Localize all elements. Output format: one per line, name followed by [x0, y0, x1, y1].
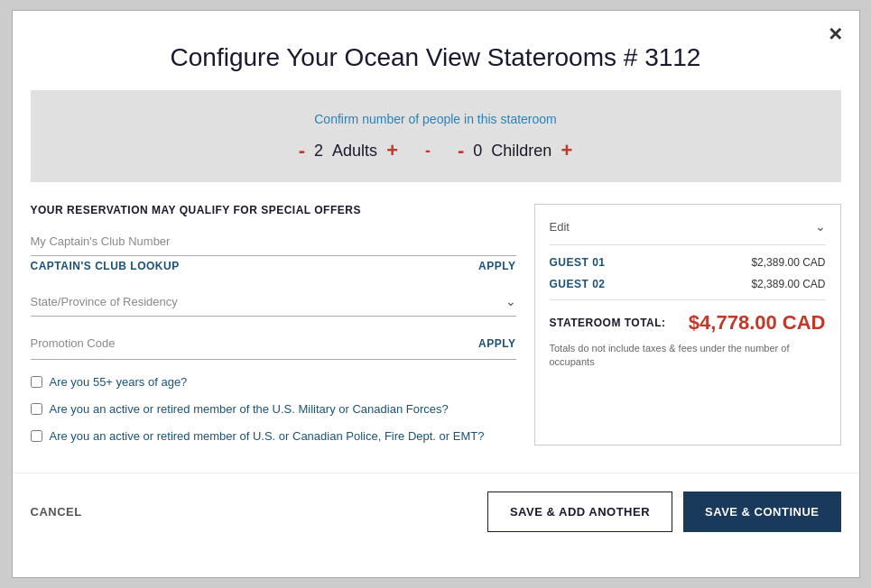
- captains-lookup-row: CAPTAIN'S CLUB LOOKUP APPLY: [31, 260, 516, 272]
- save-add-button[interactable]: SAVE & ADD ANOTHER: [487, 492, 672, 532]
- age-55-checkbox[interactable]: [31, 376, 42, 388]
- captains-apply-link[interactable]: APPLY: [478, 260, 515, 272]
- counter-row: - 2 Adults + - - 0 Children +: [49, 141, 823, 161]
- counter-separator: -: [425, 142, 431, 161]
- confirm-text-prefix: Confirm number of people: [314, 112, 464, 126]
- state-province-row[interactable]: State/Province of Residency ⌄: [31, 287, 516, 317]
- adults-decrement[interactable]: -: [299, 141, 305, 161]
- left-panel: YOUR RESERVATION MAY QUALIFY FOR SPECIAL…: [31, 204, 516, 446]
- cancel-button[interactable]: CANCEL: [31, 505, 82, 519]
- confirm-text-suffix: this stateroom: [474, 112, 557, 126]
- children-increment[interactable]: +: [561, 141, 572, 161]
- footer-row: CANCEL SAVE & ADD ANOTHER SAVE & CONTINU…: [13, 473, 859, 554]
- promo-apply-link[interactable]: APPLY: [478, 337, 515, 350]
- captains-club-group: [31, 227, 516, 256]
- list-item: Are you an active or retired member of t…: [31, 401, 516, 418]
- total-label: STATEROOM TOTAL:: [550, 317, 666, 329]
- edit-chevron-icon: ⌄: [815, 219, 826, 234]
- list-item: Are you an active or retired member of U…: [31, 428, 516, 445]
- adults-counter: - 2 Adults +: [299, 141, 398, 161]
- checkbox-group: Are you 55+ years of age? Are you an act…: [31, 374, 516, 446]
- pricing-panel: Edit ⌄ GUEST 01 $2,389.00 CAD GUEST 02 $…: [534, 204, 841, 446]
- police-label[interactable]: Are you an active or retired member of U…: [50, 428, 485, 445]
- adults-count: 2: [314, 142, 323, 161]
- captains-club-input[interactable]: [31, 227, 516, 256]
- total-note: Totals do not include taxes & fees under…: [550, 342, 826, 370]
- guest-01-price: $2,389.00 CAD: [751, 256, 825, 269]
- modal-title: Configure Your Ocean View Staterooms # 3…: [13, 11, 859, 90]
- close-button[interactable]: ✕: [828, 23, 843, 45]
- military-checkbox[interactable]: [31, 403, 42, 415]
- total-price: $4,778.00 CAD: [689, 311, 826, 335]
- confirm-section: Confirm number of people in this statero…: [31, 90, 841, 182]
- total-row: STATEROOM TOTAL: $4,778.00 CAD: [550, 299, 826, 335]
- edit-row[interactable]: Edit ⌄: [550, 219, 826, 245]
- main-content: YOUR RESERVATION MAY QUALIFY FOR SPECIAL…: [13, 182, 859, 464]
- military-label[interactable]: Are you an active or retired member of t…: [50, 401, 449, 418]
- children-counter: - 0 Children +: [458, 141, 572, 161]
- footer-right: SAVE & ADD ANOTHER SAVE & CONTINUE: [487, 492, 841, 532]
- confirm-text-link: in: [464, 112, 474, 126]
- save-continue-button[interactable]: SAVE & CONTINUE: [683, 492, 840, 532]
- state-province-label: State/Province of Residency: [31, 295, 178, 308]
- children-count: 0: [473, 142, 482, 161]
- captains-club-lookup-link[interactable]: CAPTAIN'S CLUB LOOKUP: [31, 260, 180, 272]
- special-offers-heading: YOUR RESERVATION MAY QUALIFY FOR SPECIAL…: [31, 204, 516, 216]
- list-item: Are you 55+ years of age?: [31, 374, 516, 390]
- guest-02-label: GUEST 02: [550, 278, 606, 290]
- police-checkbox[interactable]: [31, 430, 42, 442]
- guest-row-2: GUEST 02 $2,389.00 CAD: [550, 278, 826, 290]
- promo-row: APPLY: [31, 331, 516, 360]
- modal: ✕ Configure Your Ocean View Staterooms #…: [12, 10, 860, 578]
- age-55-label[interactable]: Are you 55+ years of age?: [50, 374, 188, 390]
- children-decrement[interactable]: -: [458, 141, 464, 161]
- guest-row-1: GUEST 01 $2,389.00 CAD: [550, 256, 826, 269]
- adults-increment[interactable]: +: [386, 141, 398, 161]
- guest-01-label: GUEST 01: [550, 256, 606, 269]
- confirm-label: Confirm number of people in this statero…: [49, 112, 823, 126]
- edit-label[interactable]: Edit: [550, 220, 570, 234]
- adults-label: Adults: [332, 142, 377, 161]
- promo-code-input[interactable]: [31, 331, 479, 355]
- children-label: Children: [491, 142, 551, 161]
- guest-02-price: $2,389.00 CAD: [751, 278, 825, 290]
- chevron-down-icon: ⌄: [505, 294, 516, 308]
